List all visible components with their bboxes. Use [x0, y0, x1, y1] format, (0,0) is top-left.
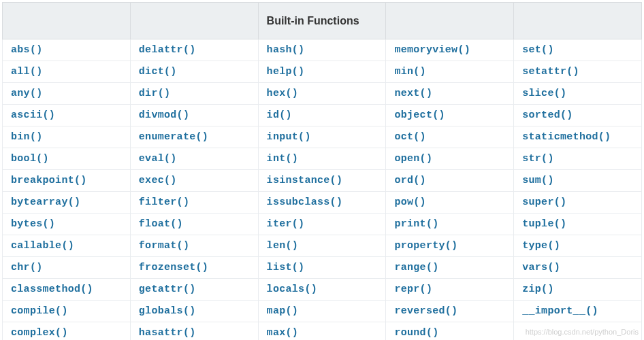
function-link[interactable]: list(): [267, 262, 305, 273]
function-link[interactable]: frozenset(): [139, 262, 208, 273]
table-row: bool()eval()int()open()str(): [3, 148, 642, 170]
table-body: abs()delattr()hash()memoryview()set()all…: [3, 39, 642, 341]
function-link[interactable]: bytearray(): [11, 197, 80, 208]
table-row: callable()format()len()property()type(): [3, 235, 642, 257]
function-link[interactable]: print(): [394, 218, 438, 230]
function-link[interactable]: eval(): [139, 153, 177, 165]
function-link[interactable]: round(): [394, 327, 438, 339]
function-link[interactable]: compile(): [11, 305, 68, 317]
function-link[interactable]: memoryview(): [394, 44, 470, 56]
table-cell: frozenset(): [130, 257, 258, 279]
table-cell: exec(): [130, 170, 258, 192]
function-link[interactable]: complex(): [11, 327, 68, 339]
function-link[interactable]: iter(): [267, 218, 305, 230]
function-link[interactable]: bytes(): [11, 218, 55, 230]
function-link[interactable]: dict(): [139, 66, 177, 78]
function-link[interactable]: slice(): [522, 88, 566, 99]
function-link[interactable]: next(): [394, 88, 432, 99]
function-link[interactable]: filter(): [139, 197, 189, 208]
table-row: compile()globals()map()reversed()__impor…: [3, 301, 642, 322]
table-cell: oct(): [386, 126, 514, 148]
function-link[interactable]: input(): [267, 131, 311, 143]
function-link[interactable]: type(): [522, 240, 560, 252]
function-link[interactable]: str(): [522, 153, 554, 165]
function-link[interactable]: open(): [394, 153, 432, 165]
function-link[interactable]: globals(): [139, 305, 196, 317]
table-cell: list(): [258, 257, 386, 279]
function-link[interactable]: all(): [11, 66, 43, 78]
table-cell: range(): [386, 257, 514, 279]
function-link[interactable]: oct(): [394, 131, 426, 143]
table-cell: bytearray(): [3, 192, 131, 214]
function-link[interactable]: repr(): [394, 284, 432, 295]
function-link[interactable]: hex(): [267, 88, 299, 99]
table-cell: bytes(): [3, 214, 131, 235]
table-cell: id(): [258, 105, 386, 126]
function-link[interactable]: breakpoint(): [11, 175, 87, 186]
function-link[interactable]: issubclass(): [267, 197, 343, 208]
function-link[interactable]: sorted(): [522, 109, 573, 121]
table-row: breakpoint()exec()isinstance()ord()sum(): [3, 170, 642, 192]
function-link[interactable]: hasattr(): [139, 327, 196, 339]
function-link[interactable]: vars(): [522, 262, 560, 273]
function-link[interactable]: range(): [394, 262, 438, 273]
table-cell: __import__(): [514, 301, 642, 322]
function-link[interactable]: __import__(): [522, 305, 598, 317]
function-link[interactable]: pow(): [394, 197, 426, 208]
table-cell: map(): [258, 301, 386, 322]
function-link[interactable]: abs(): [11, 44, 43, 56]
function-link[interactable]: any(): [11, 88, 43, 99]
table-row: abs()delattr()hash()memoryview()set(): [3, 39, 642, 61]
function-link[interactable]: float(): [139, 218, 183, 230]
function-link[interactable]: classmethod(): [11, 284, 93, 295]
table-cell: ord(): [386, 170, 514, 192]
function-link[interactable]: exec(): [139, 175, 177, 186]
function-link[interactable]: getattr(): [139, 284, 196, 295]
table-cell: divmod(): [130, 105, 258, 126]
function-link[interactable]: min(): [394, 66, 426, 78]
function-link[interactable]: bin(): [11, 131, 43, 143]
function-link[interactable]: zip(): [522, 284, 554, 295]
function-link[interactable]: map(): [267, 305, 299, 317]
function-link[interactable]: divmod(): [139, 109, 189, 121]
table-cell: globals(): [130, 301, 258, 322]
table-cell: eval(): [130, 148, 258, 170]
function-link[interactable]: chr(): [11, 262, 43, 273]
function-link[interactable]: setattr(): [522, 66, 579, 78]
function-link[interactable]: locals(): [267, 284, 317, 295]
function-link[interactable]: max(): [267, 327, 299, 339]
table-cell: type(): [514, 235, 642, 257]
function-link[interactable]: ord(): [394, 175, 426, 186]
function-link[interactable]: format(): [139, 240, 189, 252]
function-link[interactable]: isinstance(): [267, 175, 343, 186]
function-link[interactable]: object(): [394, 109, 445, 121]
function-link[interactable]: enumerate(): [139, 131, 208, 143]
function-link[interactable]: id(): [267, 109, 292, 121]
function-link[interactable]: property(): [394, 240, 457, 252]
function-link[interactable]: staticmethod(): [522, 131, 611, 143]
table-cell: super(): [514, 192, 642, 214]
function-link[interactable]: callable(): [11, 240, 74, 252]
table-cell: float(): [130, 214, 258, 235]
function-link[interactable]: int(): [267, 153, 299, 165]
function-link[interactable]: sum(): [522, 175, 554, 186]
table-row: any()dir()hex()next()slice(): [3, 83, 642, 105]
function-link[interactable]: bool(): [11, 153, 49, 165]
table-cell: str(): [514, 148, 642, 170]
table-row: all()dict()help()min()setattr(): [3, 61, 642, 83]
function-link[interactable]: set(): [522, 44, 554, 56]
function-link[interactable]: hash(): [267, 44, 305, 56]
table-header-cell: [3, 3, 131, 39]
function-link[interactable]: help(): [267, 66, 305, 78]
table-cell: hasattr(): [130, 322, 258, 341]
function-link[interactable]: delattr(): [139, 44, 196, 56]
function-link[interactable]: dir(): [139, 88, 171, 99]
function-link[interactable]: tuple(): [522, 218, 566, 230]
function-link[interactable]: reversed(): [394, 305, 457, 317]
table-row: chr()frozenset()list()range()vars(): [3, 257, 642, 279]
table-cell: staticmethod(): [514, 126, 642, 148]
table-cell: chr(): [3, 257, 131, 279]
function-link[interactable]: len(): [267, 240, 299, 252]
function-link[interactable]: ascii(): [11, 109, 55, 121]
function-link[interactable]: super(): [522, 197, 566, 208]
